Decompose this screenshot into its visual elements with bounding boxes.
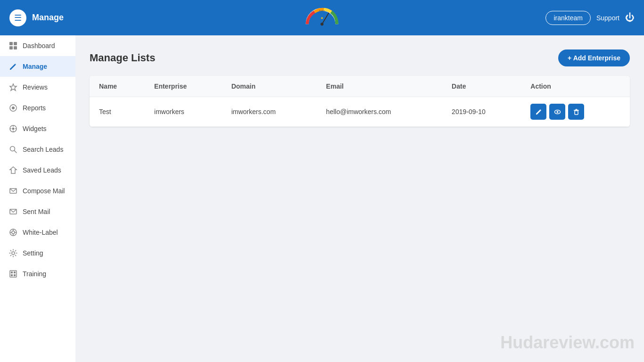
- sidebar-item-training[interactable]: Training: [0, 263, 75, 284]
- cell-domain: imworkers.com: [222, 97, 317, 127]
- sidebar: Dashboard Manage Reviews: [0, 35, 75, 362]
- sidebar-item-search-leads[interactable]: Search Leads: [0, 139, 75, 160]
- edit-icon: [535, 108, 542, 115]
- sidebar-item-reviews[interactable]: Reviews: [0, 77, 75, 98]
- saved-leads-icon: [8, 165, 18, 175]
- svg-text:Ranker: Ranker: [319, 9, 325, 12]
- layout: Dashboard Manage Reviews: [0, 35, 644, 362]
- support-button[interactable]: Support: [596, 14, 619, 22]
- sidebar-item-dashboard[interactable]: Dashboard: [0, 35, 75, 56]
- svg-rect-37: [575, 111, 578, 115]
- sidebar-item-sent-mail[interactable]: Sent Mail: [0, 201, 75, 222]
- view-icon: [554, 108, 561, 115]
- sidebar-label-reviews: Reviews: [23, 83, 48, 91]
- page-header: Manage Lists + Add Enterprise: [90, 49, 630, 66]
- sidebar-item-compose-mail[interactable]: Compose Mail: [0, 181, 75, 201]
- svg-point-11: [12, 107, 15, 109]
- svg-point-29: [12, 252, 15, 255]
- manage-icon: [8, 62, 18, 71]
- sidebar-label-training: Training: [23, 270, 46, 278]
- main-content: Manage Lists + Add Enterprise Name Enter…: [75, 35, 644, 362]
- svg-rect-5: [9, 42, 13, 45]
- svg-rect-6: [14, 42, 17, 45]
- table-header-row: Name Enterprise Domain Email Date Action: [90, 76, 630, 97]
- svg-point-13: [12, 128, 15, 130]
- col-domain: Domain: [222, 76, 317, 97]
- sidebar-label-dashboard: Dashboard: [23, 42, 55, 49]
- sidebar-label-setting: Setting: [23, 249, 43, 257]
- training-icon: [8, 269, 18, 279]
- svg-rect-31: [11, 272, 13, 273]
- svg-marker-2: [321, 17, 323, 19]
- widgets-icon: [8, 124, 18, 133]
- cell-email: hello@imworkers.com: [317, 97, 443, 127]
- menu-icon[interactable]: ☰: [9, 9, 26, 26]
- cell-action: [521, 97, 630, 127]
- sidebar-label-reports: Reports: [23, 104, 46, 112]
- svg-line-19: [15, 151, 17, 153]
- svg-rect-32: [14, 272, 16, 273]
- add-enterprise-button[interactable]: + Add Enterprise: [558, 49, 630, 66]
- page-title: Manage Lists: [90, 52, 155, 64]
- delete-icon: [573, 108, 580, 115]
- svg-rect-33: [11, 274, 13, 276]
- sent-mail-icon: [8, 207, 18, 216]
- svg-point-24: [12, 231, 15, 234]
- action-buttons: [530, 104, 620, 120]
- svg-rect-34: [14, 274, 16, 276]
- manage-table: Name Enterprise Domain Email Date Action…: [90, 76, 630, 127]
- header-left: ☰ Manage: [9, 9, 64, 26]
- col-date: Date: [442, 76, 521, 97]
- manage-table-container: Name Enterprise Domain Email Date Action…: [90, 76, 630, 127]
- setting-icon: [8, 248, 18, 258]
- header-title: Manage: [32, 13, 64, 23]
- svg-marker-20: [10, 167, 17, 173]
- sidebar-item-setting[interactable]: Setting: [0, 243, 75, 263]
- svg-rect-7: [9, 46, 13, 49]
- col-action: Action: [521, 76, 630, 97]
- logo-svg: Reputation Power Ranker: [303, 4, 341, 30]
- user-button[interactable]: irankteam: [545, 11, 590, 25]
- sidebar-item-manage[interactable]: Manage: [0, 56, 75, 77]
- svg-line-0: [322, 13, 329, 25]
- svg-rect-8: [14, 46, 17, 49]
- sidebar-item-widgets[interactable]: Widgets: [0, 118, 75, 139]
- sidebar-item-white-label[interactable]: White-Label: [0, 222, 75, 243]
- table-row: Test imworkers imworkers.com hello@imwor…: [90, 97, 630, 127]
- search-leads-icon: [8, 145, 18, 154]
- cell-name: Test: [90, 97, 145, 127]
- white-label-icon: [8, 228, 18, 237]
- cell-date: 2019-09-10: [442, 97, 521, 127]
- sidebar-label-white-label: White-Label: [23, 229, 58, 236]
- sidebar-item-reports[interactable]: Reports: [0, 98, 75, 118]
- col-email: Email: [317, 76, 443, 97]
- svg-point-36: [556, 111, 558, 113]
- edit-button[interactable]: [530, 104, 546, 120]
- cell-enterprise: imworkers: [145, 97, 222, 127]
- sidebar-label-sent-mail: Sent Mail: [23, 208, 50, 215]
- col-enterprise: Enterprise: [145, 76, 222, 97]
- sidebar-label-manage: Manage: [23, 63, 47, 70]
- delete-button[interactable]: [568, 104, 584, 120]
- dashboard-icon: [8, 41, 18, 50]
- header: ☰ Manage Reputation Power Ranker irankte…: [0, 0, 644, 35]
- logout-icon[interactable]: ⏻: [625, 12, 635, 23]
- reports-icon: [8, 103, 18, 113]
- sidebar-label-widgets: Widgets: [23, 125, 47, 132]
- svg-marker-9: [10, 84, 17, 90]
- col-name: Name: [90, 76, 145, 97]
- sidebar-item-saved-leads[interactable]: Saved Leads: [0, 160, 75, 181]
- compose-mail-icon: [8, 186, 18, 196]
- sidebar-label-search-leads: Search Leads: [23, 146, 63, 153]
- svg-point-1: [321, 23, 323, 25]
- sidebar-label-saved-leads: Saved Leads: [23, 166, 61, 174]
- view-button[interactable]: [549, 104, 565, 120]
- sidebar-label-compose-mail: Compose Mail: [23, 187, 65, 195]
- header-right: irankteam Support ⏻: [545, 11, 635, 25]
- reviews-icon: [8, 82, 18, 92]
- svg-text:Reputation Power: Reputation Power: [313, 6, 331, 8]
- header-logo: Reputation Power Ranker: [303, 4, 341, 32]
